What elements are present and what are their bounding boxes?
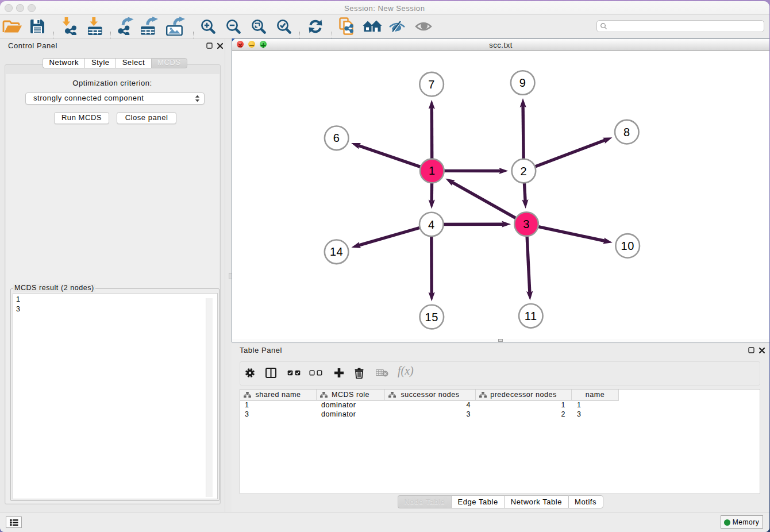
svg-text:14: 14 [330, 245, 343, 258]
svg-text:6: 6 [333, 132, 340, 144]
svg-text:8: 8 [623, 126, 630, 138]
svg-text:10: 10 [621, 240, 634, 252]
svg-text:7: 7 [428, 78, 435, 91]
svg-text:4: 4 [428, 218, 435, 231]
svg-text:11: 11 [525, 310, 537, 322]
svg-text:3: 3 [523, 218, 530, 230]
svg-text:2: 2 [521, 165, 528, 178]
svg-text:15: 15 [425, 311, 438, 323]
svg-text:9: 9 [519, 76, 526, 89]
svg-text:1: 1 [429, 164, 436, 177]
